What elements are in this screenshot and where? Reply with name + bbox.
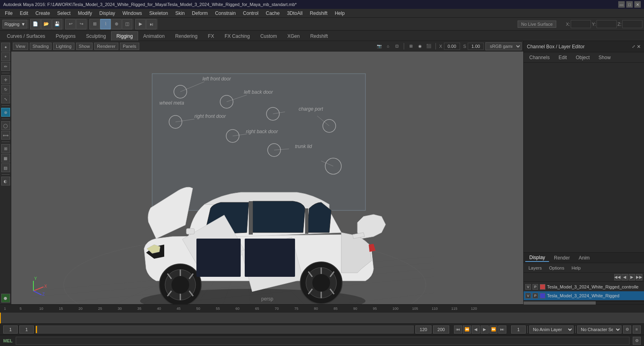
tab-curves-surfaces[interactable]: Curves / Surfaces	[2, 31, 50, 41]
snap-point-button[interactable]: ⊕	[111, 19, 122, 29]
lasso-tool-button[interactable]: ⌖	[1, 52, 10, 61]
soft-select-button[interactable]: ◯	[1, 121, 10, 130]
start-frame-input[interactable]	[3, 325, 18, 334]
resolution-gate-icon[interactable]: ⬛	[425, 43, 432, 50]
move-tool-button[interactable]: ✛	[1, 75, 10, 84]
play-forward-button[interactable]: ▶	[481, 325, 489, 334]
open-button[interactable]: 📂	[41, 19, 52, 29]
offset-x-input[interactable]	[444, 43, 460, 50]
menu-item-skin[interactable]: Skin	[172, 10, 188, 17]
menu-item-select[interactable]: Select	[54, 10, 74, 17]
layer-visibility-button[interactable]: V	[525, 293, 531, 299]
redo-button[interactable]: ↪	[76, 19, 87, 29]
tab-redshift[interactable]: Redshift	[305, 31, 333, 41]
snap-view-btn[interactable]: ▦	[1, 154, 10, 163]
render-preview-btn[interactable]: ◐	[1, 177, 10, 185]
tab-polygons[interactable]: Polygons	[50, 31, 80, 41]
layer-playback-button[interactable]: P	[533, 284, 538, 290]
tab-fx[interactable]: FX	[203, 31, 219, 41]
layer-row[interactable]: VPTesla_Model_3_2024_White_Rigged	[524, 291, 644, 300]
display-tab-anim[interactable]: Anim	[575, 254, 594, 262]
layer-tab-options[interactable]: Options	[546, 265, 568, 271]
channel-box-tab-channels[interactable]: Channels	[525, 54, 554, 61]
rotate-tool-button[interactable]: ↻	[1, 85, 10, 94]
current-frame-input[interactable]	[19, 325, 34, 334]
z-input[interactable]	[622, 20, 642, 28]
menu-item-skeleton[interactable]: Skeleton	[146, 10, 171, 17]
save-button[interactable]: 💾	[52, 19, 62, 29]
select-camera-icon[interactable]: ⊡	[393, 43, 400, 50]
new-scene-button[interactable]: 📄	[30, 19, 41, 29]
tab-sculpting[interactable]: Sculpting	[81, 31, 111, 41]
y-input[interactable]	[597, 20, 617, 28]
tab-xgen[interactable]: XGen	[282, 31, 305, 41]
camera-icon[interactable]: 📷	[376, 43, 383, 50]
workspace-btn[interactable]: ⬣	[1, 294, 10, 303]
minimize-button[interactable]: —	[618, 1, 625, 8]
tab-custom[interactable]: Custom	[255, 31, 282, 41]
isolate-icon[interactable]: ◉	[416, 43, 423, 50]
menu-item-create[interactable]: Create	[32, 10, 53, 17]
view-menu[interactable]: View	[13, 43, 28, 50]
range-end-input[interactable]	[433, 325, 449, 334]
display-tab-display[interactable]: Display	[525, 254, 549, 262]
select-tool-button[interactable]: ✦	[1, 43, 10, 51]
menu-item-constrain[interactable]: Constrain	[212, 10, 239, 17]
universal-manipulator-button[interactable]: ⊕	[1, 108, 10, 117]
paint-tool-button[interactable]: ✏	[1, 62, 10, 71]
range-bar[interactable]	[35, 325, 414, 334]
scale-tool-button[interactable]: ⤡	[1, 95, 10, 103]
render-seq-button[interactable]: ⏯	[146, 19, 157, 29]
display-tab-render[interactable]: Render	[550, 254, 574, 262]
menu-item-edit[interactable]: Edit	[17, 10, 31, 17]
panels-menu[interactable]: Panels	[120, 43, 139, 50]
home-icon[interactable]: ⌂	[384, 43, 392, 50]
menu-item-display[interactable]: Display	[96, 10, 118, 17]
snap-edge-btn[interactable]: ▤	[1, 163, 10, 172]
tab-fx-caching[interactable]: FX Caching	[219, 31, 255, 41]
symmetry-button[interactable]: ⟺	[1, 131, 10, 140]
render-button[interactable]: ▶	[135, 19, 146, 29]
snap-grid-button[interactable]: ⊞	[1, 144, 10, 153]
scale-input[interactable]	[468, 43, 484, 50]
layer-forward-button[interactable]: ▶▶	[636, 274, 642, 280]
undo-button[interactable]: ↩	[65, 19, 76, 29]
mode-dropdown[interactable]: Rigging ▼	[2, 20, 27, 29]
menu-item-3dtoall[interactable]: 3DtoAll	[284, 10, 306, 17]
anim-layer-dropdown[interactable]: No Anim Layer	[529, 325, 574, 334]
menu-item-file[interactable]: File	[2, 10, 16, 17]
step-forward-button[interactable]: ⏩	[489, 325, 497, 334]
color-space-select[interactable]: sRGB gamma	[485, 42, 522, 50]
tab-rendering[interactable]: Rendering	[170, 31, 202, 41]
expand-button[interactable]: ⤢	[632, 44, 635, 49]
play-back-button[interactable]: ◀	[472, 325, 480, 334]
go-to-start-button[interactable]: ⏮	[454, 325, 462, 334]
grid-toggle-icon[interactable]: ⊞	[407, 43, 415, 50]
layer-playback-button[interactable]: P	[533, 293, 538, 299]
go-to-end-button[interactable]: ⏭	[498, 325, 506, 334]
layer-back-button[interactable]: ◀◀	[614, 274, 621, 280]
menu-item-modify[interactable]: Modify	[74, 10, 95, 17]
timeline-playhead-bar[interactable]	[0, 313, 644, 323]
char-set-dropdown[interactable]: No Character Set	[577, 325, 621, 334]
channel-box-tab-edit[interactable]: Edit	[555, 54, 571, 61]
layers-scrollbar-thumb[interactable]	[524, 301, 596, 305]
channel-box-tab-show[interactable]: Show	[594, 54, 615, 61]
show-menu[interactable]: Show	[76, 43, 93, 50]
layer-row[interactable]: VPTesla_Model_3_2024_White_Rigged_contro…	[524, 282, 644, 291]
channel-box-tab-object[interactable]: Object	[572, 54, 594, 61]
lighting-menu[interactable]: Lighting	[53, 43, 74, 50]
close-panel-button[interactable]: ✕	[637, 44, 641, 49]
snap-curve-button[interactable]: ⌇	[100, 19, 111, 29]
playback-frame-input[interactable]	[511, 325, 526, 334]
mel-settings-button[interactable]: ⚙	[633, 337, 641, 345]
menu-item-control[interactable]: Control	[240, 10, 262, 17]
mel-input[interactable]	[16, 337, 630, 345]
menu-item-help[interactable]: Help	[332, 10, 348, 17]
step-back-button[interactable]: ⏪	[463, 325, 471, 334]
renderer-menu[interactable]: Renderer	[94, 43, 118, 50]
tab-rigging[interactable]: Rigging	[111, 31, 138, 41]
snap-grid-button[interactable]: ⊞	[89, 19, 100, 29]
tab-animation[interactable]: Animation	[138, 31, 170, 41]
layer-next-button[interactable]: ▶	[629, 274, 635, 280]
